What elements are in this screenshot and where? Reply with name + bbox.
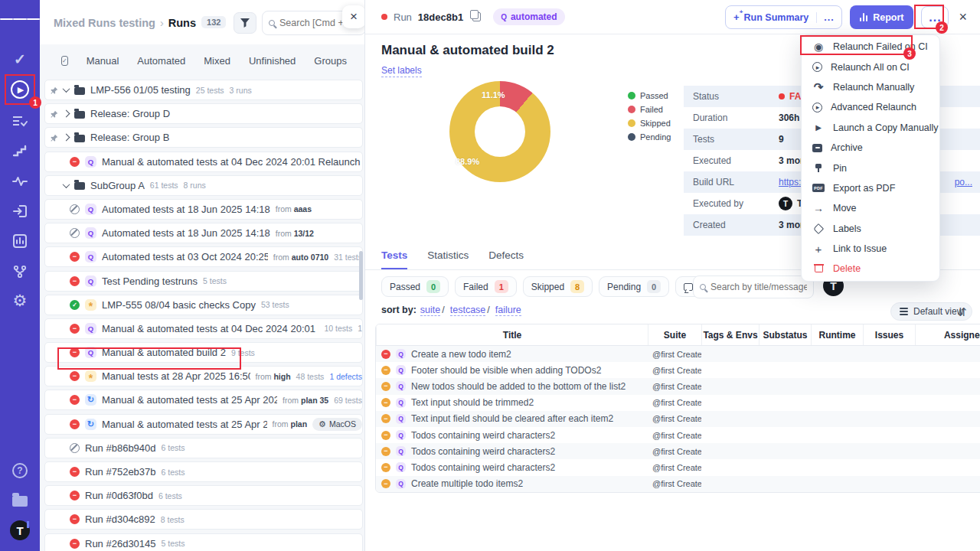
table-row[interactable]: Create multiple todo items2 @first Creat… xyxy=(376,476,980,492)
test-type-icon xyxy=(396,479,406,489)
close-detail-icon[interactable]: × xyxy=(956,9,969,25)
menu-item[interactable]: Link to Issue xyxy=(802,239,939,259)
sort-link[interactable]: testcase xyxy=(450,305,486,316)
test-type-icon xyxy=(396,446,406,456)
run-list-item[interactable]: Manual & automated tests at 04 Dec 2024 … xyxy=(44,152,363,172)
run-summary-more-button[interactable]: ... xyxy=(816,12,841,23)
runs-filter-tab[interactable]: Mixed xyxy=(204,55,230,67)
table-row[interactable]: Text input should be trimmed2 @first Cre… xyxy=(376,395,980,411)
result-tab[interactable]: Tests xyxy=(381,249,407,269)
table-row[interactable]: Text input field should be cleared after… xyxy=(376,411,980,427)
run-list-item[interactable]: Automated tests at 03 Oct 2024 20:25 fro… xyxy=(44,246,363,267)
help-icon[interactable]: ? xyxy=(0,458,40,484)
run-type-icon xyxy=(85,227,96,239)
runs-filter-tab[interactable]: Automated xyxy=(137,55,185,67)
view-settings-icon[interactable]: ⇵ xyxy=(957,305,967,319)
user-avatar[interactable]: T xyxy=(0,517,40,543)
table-row[interactable]: Footer should be visible when adding TOD… xyxy=(376,362,980,378)
run-summary-button[interactable]: ++Run Summary ... xyxy=(725,5,842,29)
run-list-item[interactable]: Manual & automated tests at 25 Apr 2025 … xyxy=(44,414,363,435)
table-header-cell[interactable]: Title xyxy=(376,324,648,345)
table-header-cell[interactable]: Tags & Envs xyxy=(701,324,759,345)
sort-link[interactable]: suite xyxy=(420,305,440,316)
run-list-item[interactable]: Test Pending testruns 5 tests xyxy=(44,271,363,292)
projects-folder-icon[interactable] xyxy=(0,488,40,514)
build-url-link[interactable]: https:/ xyxy=(779,177,804,187)
run-list-item[interactable]: Run #d304c892 8 tests xyxy=(44,509,363,530)
donut-failed-label: 11.1% xyxy=(482,90,505,99)
result-tab[interactable]: Defects xyxy=(488,249,524,269)
tests-search-input[interactable] xyxy=(710,282,807,292)
run-list-item[interactable]: Automated tests at 18 Jun 2025 14:18 fro… xyxy=(44,199,363,220)
analytics-icon[interactable] xyxy=(0,228,40,254)
pulse-icon[interactable] xyxy=(0,168,40,194)
run-list-item[interactable]: Run #752eb37b 6 tests xyxy=(44,461,363,482)
test-issues xyxy=(863,378,915,394)
table-row[interactable]: Todos containing weird characters2 @firs… xyxy=(376,443,980,459)
run-list-item[interactable]: Run #0d63f0bd 6 tests xyxy=(44,485,363,506)
select-all-icon[interactable]: ✓ xyxy=(61,56,68,66)
run-list-item[interactable]: Run #b86b940d 6 tests xyxy=(44,438,363,458)
report-button[interactable]: Report xyxy=(850,5,914,29)
run-list-item[interactable]: Manual & automated tests at 04 Dec 2024 … xyxy=(44,318,363,339)
run-list-item[interactable]: Manual tests at 28 Apr 2025 16:50 from h… xyxy=(44,366,363,386)
build-url-link-end[interactable]: po... xyxy=(955,177,980,187)
table-header-cell[interactable]: Runtime xyxy=(811,324,863,345)
breadcrumb-project[interactable]: Mixed Runs testing xyxy=(54,17,155,29)
pin-icon xyxy=(50,133,58,145)
menu-icon[interactable] xyxy=(0,6,40,32)
run-list-item[interactable]: Release: Group D xyxy=(44,103,363,124)
menu-item[interactable]: Pin xyxy=(802,158,939,178)
menu-item[interactable]: Export as PDF xyxy=(802,178,939,198)
status-filter-chip[interactable]: Passed 0 xyxy=(381,276,449,297)
run-list-item[interactable]: Run #26d30145 5 tests xyxy=(44,533,363,551)
set-labels-link[interactable]: Set labels xyxy=(381,65,422,77)
table-header-cell[interactable]: Issues xyxy=(863,324,915,345)
table-row[interactable]: Todos containing weird characters2 @firs… xyxy=(376,427,980,443)
runs-filter-tab[interactable]: Groups xyxy=(314,55,347,67)
table-header-cell[interactable]: Suite xyxy=(648,324,701,345)
runs-filter-tab[interactable]: Manual xyxy=(87,55,119,67)
status-filter-chip[interactable]: Skipped 8 xyxy=(523,276,593,297)
steps-icon[interactable] xyxy=(0,138,40,164)
menu-item[interactable]: Launch a Copy Manually xyxy=(802,118,939,138)
run-list-item[interactable]: Automated tests at 18 Jun 2025 14:18 fro… xyxy=(44,223,363,243)
run-defects-link[interactable]: 1 defects xyxy=(329,372,362,381)
status-filter-chip[interactable]: Pending 0 xyxy=(599,276,669,297)
run-actions-menu: Relaunch Failed on CI Relaunch All on CI… xyxy=(801,34,940,282)
gear-icon[interactable]: ⚙ xyxy=(0,288,40,314)
run-status-icon xyxy=(70,491,80,500)
copy-run-id-icon[interactable] xyxy=(472,12,481,21)
result-tab[interactable]: Statistics xyxy=(427,249,469,269)
sort-link[interactable]: failure xyxy=(495,305,521,316)
menu-item[interactable]: Move xyxy=(802,198,939,218)
table-row[interactable]: Create a new todo item2 @first Create ..… xyxy=(376,346,980,362)
menu-item[interactable]: Relaunch Manually xyxy=(802,77,939,97)
menu-item[interactable]: Delete xyxy=(802,259,939,279)
filter-button[interactable] xyxy=(234,12,256,34)
table-row[interactable]: Todos containing weird characters2 @firs… xyxy=(376,459,980,475)
menu-item[interactable]: Archive xyxy=(802,138,939,158)
run-list-item[interactable]: SubGroup A 61 tests 8 runs xyxy=(44,175,363,196)
table-header-cell[interactable]: Substatus xyxy=(759,324,811,345)
run-list-item[interactable]: LMP-555 08/04 basic checks Copy 53 tests xyxy=(44,295,363,315)
runs-filter-tab[interactable]: Unfinished xyxy=(249,55,296,67)
checks-icon[interactable]: ✓ xyxy=(0,46,40,72)
run-list-item[interactable]: Release: Group B xyxy=(44,127,363,148)
menu-item[interactable]: Advanced Relaunch xyxy=(802,97,939,117)
runs-scrollbar[interactable] xyxy=(359,251,363,300)
menu-item[interactable]: Relaunch Failed on CI xyxy=(802,37,939,57)
test-list-icon[interactable] xyxy=(0,109,40,135)
run-list-item[interactable]: LMP-556 01/05 testing 25 tests 3 runs xyxy=(44,80,363,100)
branch-icon[interactable] xyxy=(0,259,40,285)
run-list-item[interactable]: Manual & automated build 2 9 tests xyxy=(44,342,363,363)
run-list-item[interactable]: Manual & automated tests at 25 Apr 2025 … xyxy=(44,390,363,410)
table-row[interactable]: New todos should be added to the bottom … xyxy=(376,378,980,394)
close-panel-button[interactable]: × xyxy=(342,5,365,28)
menu-item[interactable]: Relaunch All on CI xyxy=(802,57,939,77)
automated-badge[interactable]: Qautomated xyxy=(493,8,564,25)
status-filter-chip[interactable]: Failed 1 xyxy=(455,276,517,297)
table-header-cell[interactable]: Assigned To xyxy=(915,324,980,345)
menu-item[interactable]: Labels xyxy=(802,219,939,239)
import-icon[interactable] xyxy=(0,198,40,224)
